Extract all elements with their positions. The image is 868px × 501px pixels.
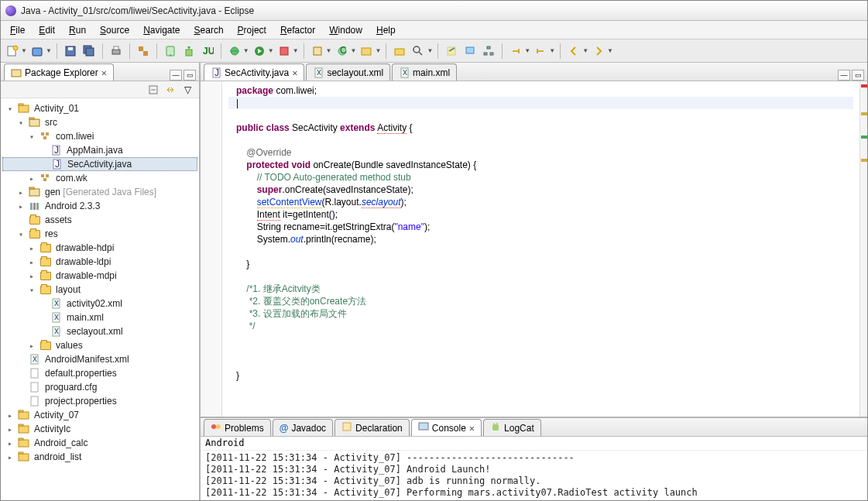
twisty-icon[interactable]: ▸	[26, 244, 37, 252]
new-button[interactable]	[4, 43, 21, 60]
twisty-icon[interactable]: ▸	[26, 174, 37, 183]
menu-refactor[interactable]: Refactor	[274, 23, 321, 37]
tree-node[interactable]: proguard.cfg	[2, 380, 197, 394]
dropdown-arrow-icon[interactable]: ▼	[427, 47, 433, 54]
save-all-button[interactable]	[81, 43, 98, 60]
toggle-mark-button[interactable]	[443, 43, 460, 60]
twisty-icon[interactable]: ▸	[15, 188, 26, 197]
dropdown-arrow-icon[interactable]: ▼	[326, 47, 332, 54]
twisty-icon[interactable]: ▸	[5, 425, 15, 434]
twisty-icon[interactable]: ▾	[26, 286, 37, 294]
ddms-button[interactable]	[461, 43, 479, 60]
tree-node[interactable]: ▸gen [Generated Java Files]	[2, 185, 197, 199]
menu-navigate[interactable]: Navigate	[137, 23, 186, 37]
open-project-button[interactable]	[29, 43, 46, 60]
maximize-button[interactable]: ▭	[852, 70, 864, 81]
tree-node[interactable]: JSecActivity.java	[2, 157, 197, 171]
menu-run[interactable]: Run	[63, 23, 92, 37]
bottom-tab-javadoc[interactable]: @Javadoc	[273, 419, 333, 436]
twisty-icon[interactable]: ▾	[15, 230, 26, 238]
menu-search[interactable]: Search	[188, 23, 230, 37]
twisty-icon[interactable]: ▸	[5, 439, 15, 448]
close-icon[interactable]: ✕	[101, 67, 107, 78]
collapse-all-button[interactable]	[146, 83, 160, 97]
tree-node[interactable]: JAppMain.java	[2, 143, 197, 157]
tree-node[interactable]: ▸drawable-ldpi	[2, 255, 197, 269]
twisty-icon[interactable]: ▸	[26, 341, 37, 350]
minimize-button[interactable]: —	[838, 70, 850, 81]
code-editor[interactable]: package com.liwei; | public class SecAct…	[201, 81, 867, 417]
forward-button[interactable]	[590, 43, 607, 60]
tree-node[interactable]: ▸Activity_07	[2, 408, 197, 422]
new-proj-button[interactable]	[358, 43, 375, 60]
close-icon[interactable]: ✕	[292, 67, 297, 78]
dropdown-arrow-icon[interactable]: ▼	[549, 47, 555, 54]
back-button[interactable]	[565, 43, 582, 60]
twisty-icon[interactable]: ▾	[5, 105, 15, 113]
code-text[interactable]: package com.liwei; | public class SecAct…	[222, 81, 859, 417]
dropdown-arrow-icon[interactable]: ▼	[524, 47, 530, 54]
editor-tab[interactable]: JSecActivity.java✕	[204, 63, 304, 81]
new-class-button[interactable]: C	[334, 43, 351, 60]
open-type-button[interactable]	[391, 43, 408, 60]
twisty-icon[interactable]: ▸	[26, 272, 37, 280]
annotation-prev-button[interactable]	[507, 43, 524, 60]
tree-node[interactable]: ▾layout	[2, 283, 197, 297]
sdk-manager-button[interactable]	[180, 43, 197, 60]
package-tree[interactable]: ▾Activity_01▾src▾com.liwei JAppMain.java…	[1, 98, 199, 500]
view-menu-icon[interactable]: ▽	[180, 83, 194, 97]
dropdown-arrow-icon[interactable]: ▼	[607, 47, 613, 54]
close-icon[interactable]: ✕	[469, 423, 475, 434]
new-package-button[interactable]	[309, 43, 326, 60]
ruler-error-marker[interactable]	[861, 84, 867, 88]
overview-ruler[interactable]	[859, 81, 867, 417]
bottom-tab-logcat[interactable]: LogCat	[483, 419, 541, 436]
tree-node[interactable]: ▾res	[2, 227, 197, 241]
menu-source[interactable]: Source	[94, 23, 136, 37]
tree-node[interactable]: xseclayout.xml	[2, 324, 197, 338]
bottom-tab-declaration[interactable]: Declaration	[335, 419, 410, 436]
menu-edit[interactable]: Edit	[33, 23, 61, 37]
dropdown-arrow-icon[interactable]: ▼	[268, 47, 274, 54]
package-explorer-tab[interactable]: Package Explorer ✕	[4, 63, 114, 81]
junit-button[interactable]: JU	[199, 43, 216, 60]
tree-node[interactable]: project.properties	[2, 394, 197, 408]
menu-project[interactable]: Project	[232, 23, 273, 37]
tree-node[interactable]: ▸Android 2.3.3	[2, 199, 197, 213]
build-button[interactable]	[135, 43, 152, 60]
debug-button[interactable]	[226, 43, 243, 60]
menu-window[interactable]: Window	[323, 23, 369, 37]
twisty-icon[interactable]: ▸	[15, 202, 26, 211]
tree-node[interactable]: ▸drawable-hdpi	[2, 241, 197, 255]
tree-node[interactable]: default.properties	[2, 366, 197, 380]
tree-node[interactable]: xmain.xml	[2, 311, 197, 324]
tree-node[interactable]: ▸com.wk	[2, 171, 197, 185]
dropdown-arrow-icon[interactable]: ▼	[351, 47, 357, 54]
twisty-icon[interactable]: ▸	[5, 453, 15, 462]
dropdown-arrow-icon[interactable]: ▼	[243, 47, 249, 54]
tree-node[interactable]: assets	[2, 213, 197, 227]
avd-manager-button[interactable]	[162, 43, 179, 60]
external-tools-button[interactable]	[276, 43, 293, 60]
dropdown-arrow-icon[interactable]: ▼	[293, 47, 299, 54]
menu-help[interactable]: Help	[370, 23, 402, 37]
tree-node[interactable]: xAndroidManifest.xml	[2, 352, 197, 366]
link-editor-button[interactable]	[163, 83, 177, 97]
console-output[interactable]: [2011-11-22 15:31:34 - Activity_07] ----…	[201, 451, 867, 500]
search-button[interactable]	[410, 43, 427, 60]
tree-node[interactable]: xactivity02.xml	[2, 297, 197, 311]
tree-node[interactable]: ▾src	[2, 115, 197, 129]
twisty-icon[interactable]: ▸	[5, 411, 15, 420]
annotation-next-button[interactable]	[532, 43, 549, 60]
dropdown-arrow-icon[interactable]: ▼	[375, 47, 381, 54]
twisty-icon[interactable]: ▾	[15, 118, 26, 127]
tree-node[interactable]: ▸android_list	[2, 450, 197, 464]
twisty-icon[interactable]: ▾	[26, 132, 37, 141]
editor-tab[interactable]: xseclayout.xml	[306, 63, 390, 81]
ruler-warning-marker[interactable]	[861, 159, 867, 162]
print-button[interactable]	[108, 43, 125, 60]
menu-file[interactable]: File	[4, 23, 31, 37]
editor-tab[interactable]: xmain.xml	[392, 63, 457, 81]
dropdown-arrow-icon[interactable]: ▼	[582, 47, 588, 54]
tree-node[interactable]: ▸values	[2, 338, 197, 352]
